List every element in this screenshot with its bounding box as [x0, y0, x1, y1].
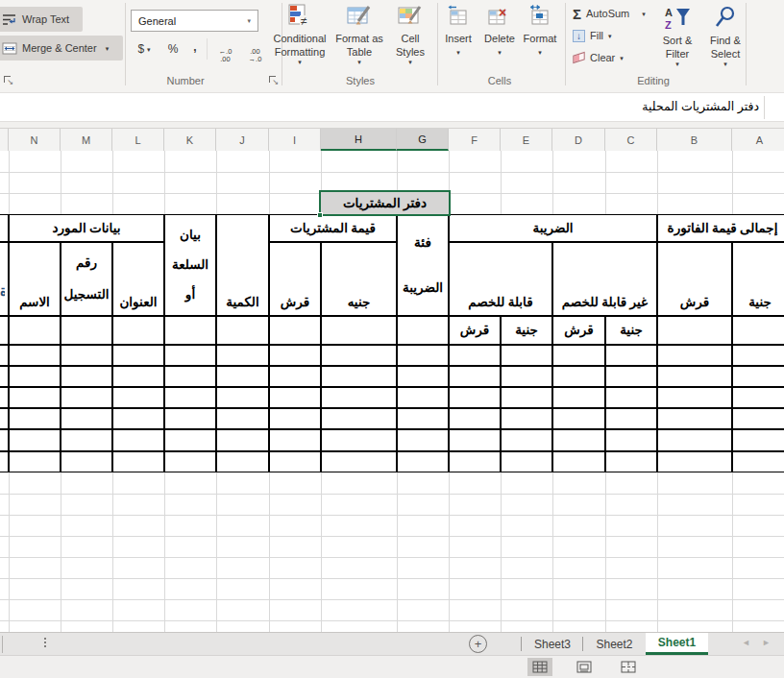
table-cell[interactable] — [397, 366, 449, 387]
column-header-D[interactable]: D — [552, 129, 605, 151]
tab-scroll-prev-icon[interactable]: ◄ — [742, 638, 750, 647]
find-select-button[interactable]: Find & Select ▾ — [701, 6, 749, 67]
table-cell[interactable] — [501, 345, 552, 366]
table-cell[interactable] — [605, 429, 657, 451]
table-header-cell[interactable]: قرش — [269, 242, 321, 316]
table-cell[interactable] — [605, 345, 657, 366]
table-cell[interactable] — [732, 387, 784, 408]
table-header-cell[interactable]: جنية — [605, 316, 657, 345]
alignment-dialog-launcher[interactable] — [3, 75, 13, 85]
table-cell[interactable] — [216, 366, 269, 387]
table-header-cell[interactable]: بيانالسلعةأو — [164, 214, 216, 316]
table-cell[interactable] — [732, 316, 784, 345]
formula-bar-value[interactable]: دفتر المشتريات المحلية — [642, 99, 759, 113]
table-cell[interactable] — [61, 366, 112, 387]
table-cell[interactable] — [657, 408, 732, 429]
table-cell[interactable] — [552, 451, 605, 472]
fill-button[interactable]: ↓ Fill ▾ — [573, 28, 612, 43]
table-cell[interactable] — [112, 387, 164, 408]
increase-decimal-button[interactable]: ←.0 .00 — [212, 40, 238, 63]
table-cell[interactable] — [0, 214, 9, 242]
table-cell[interactable] — [321, 451, 397, 472]
table-cell[interactable] — [269, 387, 321, 408]
table-cell[interactable] — [216, 387, 269, 408]
table-cell[interactable] — [501, 387, 552, 408]
table-header-cell[interactable]: قرش — [449, 316, 501, 345]
table-cell[interactable] — [657, 429, 732, 451]
table-cell[interactable] — [216, 345, 269, 366]
tab-split-handle[interactable] — [44, 638, 47, 647]
decrease-decimal-button[interactable]: .00 →.0 — [242, 40, 268, 63]
table-cell[interactable] — [449, 429, 501, 451]
table-cell[interactable] — [164, 451, 216, 472]
fill-handle[interactable] — [317, 212, 323, 218]
table-cell[interactable] — [501, 366, 552, 387]
table-cell[interactable] — [112, 366, 164, 387]
merge-center-button[interactable]: Merge & Center ▾ — [0, 36, 123, 61]
column-header-K[interactable]: K — [164, 129, 216, 151]
table-header-cell[interactable]: قابلة للخصم — [449, 242, 552, 316]
table-cell[interactable] — [9, 345, 61, 366]
table-cell[interactable] — [0, 366, 9, 387]
table-cell[interactable] — [397, 387, 449, 408]
table-cell[interactable] — [552, 387, 605, 408]
table-cell[interactable] — [657, 451, 732, 472]
table-header-cell[interactable]: الكمية — [216, 214, 269, 316]
table-cell[interactable] — [605, 408, 657, 429]
table-cell[interactable] — [501, 451, 552, 472]
table-cell[interactable] — [321, 387, 397, 408]
table-cell[interactable] — [0, 451, 9, 472]
autosum-button[interactable]: Σ AutoSum ▾ — [573, 6, 646, 21]
clear-button[interactable]: Clear ▾ — [573, 50, 624, 65]
delete-cells-button[interactable]: × Delete ▾ — [482, 5, 517, 56]
table-cell[interactable] — [61, 345, 112, 366]
table-cell[interactable] — [164, 316, 216, 345]
table-cell[interactable] — [9, 366, 61, 387]
formula-bar[interactable]: دفتر المشتريات المحلية — [0, 93, 784, 122]
table-cell[interactable] — [552, 429, 605, 451]
number-format-combobox[interactable]: General ▾ — [131, 10, 258, 32]
accounting-format-button[interactable]: $ ▾ — [133, 38, 156, 60]
table-cell[interactable] — [449, 451, 501, 472]
table-cell[interactable] — [552, 366, 605, 387]
table-cell[interactable] — [164, 387, 216, 408]
tab-scroll-next-icon[interactable]: ► — [762, 638, 771, 647]
selected-cell[interactable]: دفتر المشتريات — [319, 190, 451, 216]
table-header-cell[interactable]: رقمالتسجيل — [61, 242, 112, 316]
add-sheet-button[interactable]: + — [469, 635, 487, 653]
table-cell[interactable] — [216, 429, 269, 451]
column-header-G[interactable]: G — [397, 129, 449, 151]
table-header-cell[interactable]: بيانات المورد — [9, 214, 164, 242]
table-cell[interactable] — [552, 408, 605, 429]
table-cell[interactable] — [164, 408, 216, 429]
table-header-cell[interactable]: الضريبة — [449, 214, 657, 242]
table-cell[interactable] — [216, 451, 269, 472]
table-cell[interactable] — [164, 429, 216, 451]
column-header-M[interactable]: M — [61, 129, 112, 151]
table-cell[interactable] — [397, 429, 449, 451]
table-cell[interactable] — [321, 429, 397, 451]
table-header-cell[interactable]: العنوان — [112, 242, 164, 316]
view-normal-button[interactable] — [527, 658, 552, 676]
table-cell[interactable] — [397, 451, 449, 472]
table-cell[interactable] — [9, 451, 61, 472]
table-cell[interactable] — [0, 387, 9, 408]
table-cell[interactable] — [112, 451, 164, 472]
table-cell[interactable] — [732, 366, 784, 387]
table-cell[interactable] — [0, 408, 9, 429]
table-cell[interactable] — [61, 387, 112, 408]
sheet-tab-sheet1[interactable]: Sheet1 — [646, 633, 708, 655]
table-cell[interactable] — [269, 366, 321, 387]
table-header-cell[interactable]: غير قابلة للخصم — [552, 242, 657, 316]
conditional-formatting-button[interactable]: ≠ Conditional Formatting ▾ — [272, 4, 328, 65]
column-header-cut[interactable] — [0, 129, 9, 151]
table-cell[interactable] — [605, 387, 657, 408]
table-cell[interactable] — [216, 316, 269, 345]
view-page-break-button[interactable] — [616, 658, 641, 676]
table-cell[interactable] — [657, 366, 732, 387]
table-cell[interactable] — [321, 408, 397, 429]
table-cell[interactable] — [0, 345, 9, 366]
table-cell[interactable] — [321, 316, 397, 345]
table-cell[interactable] — [657, 316, 732, 345]
column-header-N[interactable]: N — [9, 129, 61, 151]
